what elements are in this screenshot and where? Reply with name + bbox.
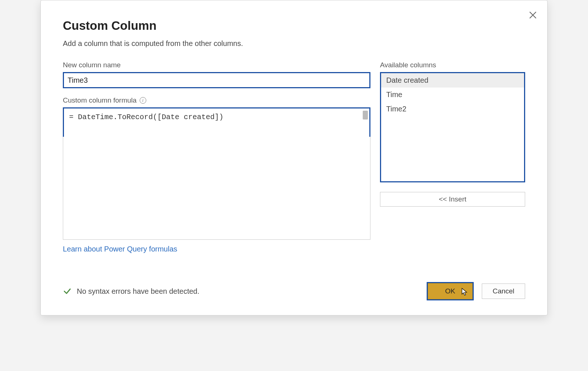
available-columns-label: Available columns [380,61,525,69]
ok-button[interactable]: OK [428,283,473,299]
formula-input[interactable] [64,108,369,137]
formula-area-extended[interactable] [63,137,370,240]
available-column-item[interactable]: Time2 [381,102,524,116]
column-name-input[interactable] [63,72,370,88]
custom-column-dialog: Custom Column Add a column that is compu… [40,0,548,315]
check-icon [63,287,72,296]
formula-label-text: Custom column formula [63,96,137,104]
dialog-title: Custom Column [63,19,525,33]
cancel-button[interactable]: Cancel [482,283,525,299]
learn-link[interactable]: Learn about Power Query formulas [63,245,177,253]
dialog-description: Add a column that is computed from the o… [63,39,525,48]
cursor-icon [461,288,469,298]
formula-highlight-box [63,107,370,137]
close-button[interactable] [527,8,539,23]
close-icon [529,9,537,21]
available-column-item[interactable]: Date created [381,73,524,88]
available-column-item[interactable]: Time [381,88,524,102]
status-bar: No syntax errors have been detected. [63,287,200,296]
formula-label: Custom column formula i [63,96,370,104]
ok-highlight: OK [427,282,474,300]
ok-button-label: OK [445,287,455,295]
available-columns-list[interactable]: Date createdTimeTime2 [380,72,525,182]
status-text: No syntax errors have been detected. [77,287,200,296]
scrollbar-thumb[interactable] [363,111,368,119]
column-name-label: New column name [63,61,370,69]
insert-button[interactable]: << Insert [380,192,525,207]
info-icon[interactable]: i [140,97,146,104]
